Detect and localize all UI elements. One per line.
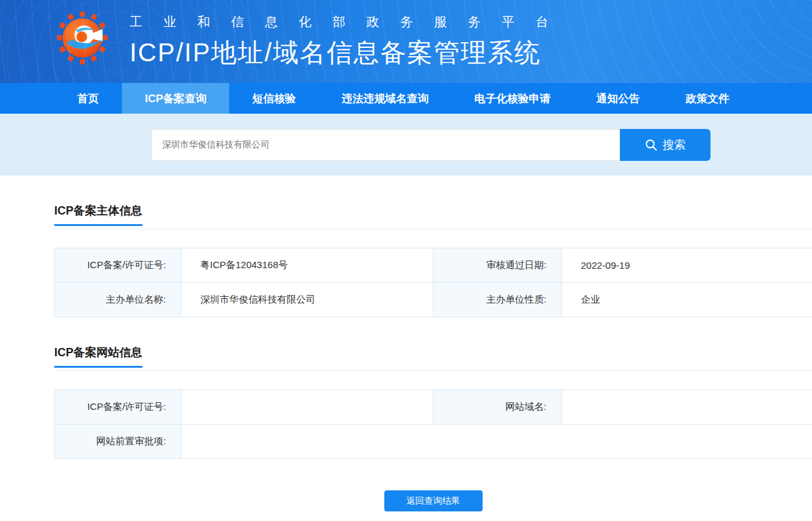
- nav-item-policy-docs[interactable]: 政策文件: [663, 83, 752, 114]
- search-band: 搜索: [0, 114, 812, 176]
- nav-item-icp-query[interactable]: ICP备案查询: [122, 83, 229, 114]
- result-content: ICP备案主体信息 ICP备案/许可证号: 粤ICP备12043168号 审核通…: [54, 203, 812, 521]
- subject-section-head: ICP备案主体信息: [54, 203, 812, 229]
- website-section-head: ICP备案网站信息: [54, 345, 812, 371]
- field-value: [181, 390, 433, 425]
- header: 工业和信息化部政务服务平台 ICP/IP地址/域名信息备案管理系统: [0, 0, 812, 83]
- table-row: ICP备案/许可证号: 粤ICP备12043168号 审核通过日期: 2022-…: [55, 248, 812, 283]
- search-button-label: 搜索: [663, 137, 686, 153]
- nav-item-e-verification[interactable]: 电子化核验申请: [451, 83, 573, 114]
- field-label: 网站域名:: [433, 390, 562, 425]
- field-label: 网站前置审批项:: [55, 425, 181, 459]
- system-title: ICP/IP地址/域名信息备案管理系统: [130, 35, 569, 70]
- nav-item-notices[interactable]: 通知公告: [573, 83, 663, 114]
- field-label: ICP备案/许可证号:: [55, 248, 181, 283]
- field-value: 2022-09-19: [562, 248, 812, 283]
- search-input[interactable]: [151, 129, 620, 161]
- main-nav: 首页 ICP备案查询 短信核验 违法违规域名查询 电子化核验申请 通知公告 政策…: [0, 83, 812, 114]
- field-label: 主办单位名称:: [55, 283, 181, 317]
- search-icon: [645, 139, 658, 151]
- field-value: 深圳市华俊信科技有限公司: [181, 283, 433, 317]
- miit-logo: [54, 7, 110, 76]
- table-row: ICP备案/许可证号: 网站域名:: [55, 390, 812, 425]
- nav-item-illegal-domain-query[interactable]: 违法违规域名查询: [319, 83, 451, 114]
- field-value: [562, 390, 812, 425]
- field-label: 主办单位性质:: [433, 283, 562, 317]
- back-to-results-button[interactable]: 返回查询结果: [384, 490, 483, 511]
- subject-info-table: ICP备案/许可证号: 粤ICP备12043168号 审核通过日期: 2022-…: [54, 248, 812, 317]
- subject-section-title: ICP备案主体信息: [54, 203, 142, 226]
- actions-row: 返回查询结果: [54, 490, 812, 511]
- website-section-title: ICP备案网站信息: [54, 345, 142, 368]
- nav-item-home[interactable]: 首页: [54, 83, 122, 114]
- field-value: 企业: [562, 283, 812, 317]
- search-button[interactable]: 搜索: [620, 129, 710, 161]
- field-value: [181, 425, 812, 459]
- nav-item-sms-verify[interactable]: 短信核验: [229, 83, 319, 114]
- gear-e-logo-icon: [54, 7, 110, 73]
- platform-title: 工业和信息化部政务服务平台: [130, 13, 569, 31]
- field-value: 粤ICP备12043168号: [181, 248, 433, 283]
- field-label: ICP备案/许可证号:: [55, 390, 181, 425]
- website-info-table: ICP备案/许可证号: 网站域名: 网站前置审批项:: [54, 389, 812, 459]
- field-label: 审核通过日期:: [433, 248, 562, 283]
- table-row: 主办单位名称: 深圳市华俊信科技有限公司 主办单位性质: 企业: [55, 283, 812, 317]
- table-row: 网站前置审批项:: [55, 425, 812, 459]
